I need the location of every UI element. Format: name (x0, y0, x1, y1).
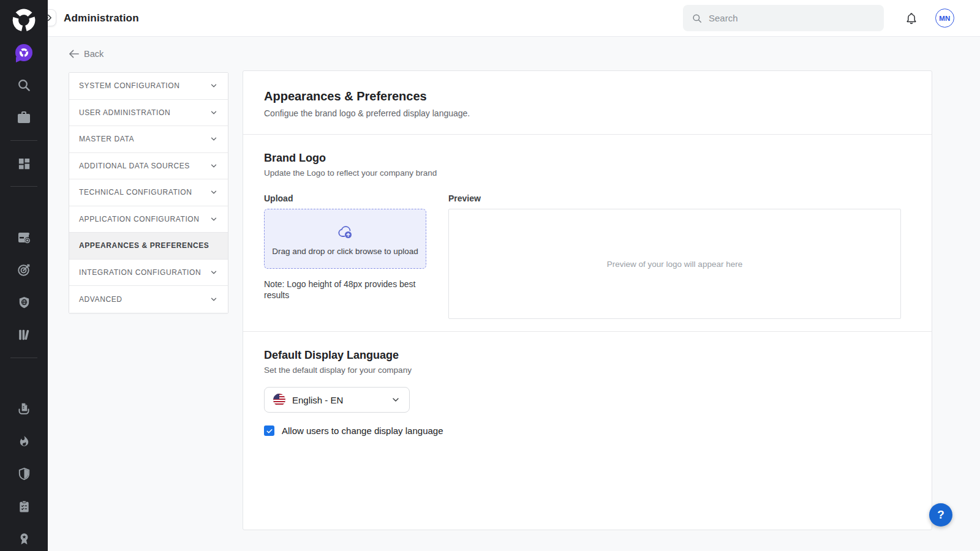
accordion-item-master-data[interactable]: MASTER DATA (69, 126, 228, 153)
brand-logo-icon (10, 7, 37, 33)
brand-logo-section: Brand Logo Update the Logo to reflect yo… (243, 135, 932, 331)
upload-label: Upload (264, 193, 426, 203)
card-title: Appearances & Preferences (264, 89, 911, 103)
preview-placeholder: Preview of your logo will appear here (607, 260, 742, 269)
accordion-item-advanced[interactable]: ADVANCED (69, 286, 228, 313)
content-area: Back SYSTEM CONFIGURATION USER ADMINISTR… (48, 37, 980, 551)
accordion-item-appearances-preferences[interactable]: APPEARANCES & PREFERENCES (69, 233, 228, 260)
rail-divider (10, 186, 37, 187)
chevron-down-icon (209, 268, 218, 277)
chevron-down-icon (209, 215, 218, 223)
accordion-item-integration-configuration[interactable]: INTEGRATION CONFIGURATION (69, 260, 228, 287)
chevron-down-icon (209, 135, 218, 143)
logo-preview-box: Preview of your logo will appear here (448, 209, 901, 319)
accordion-item-additional-data-sources[interactable]: ADDITIONAL DATA SOURCES (69, 153, 228, 180)
rail-divider (10, 140, 37, 141)
bell-icon (905, 12, 918, 25)
wallet-notification-icon[interactable] (13, 227, 35, 249)
card-subtitle: Configue the brand logo & preferred disp… (264, 108, 911, 118)
back-button[interactable]: Back (69, 49, 104, 59)
target-icon[interactable] (13, 259, 35, 281)
search-input[interactable] (709, 13, 875, 23)
card-header: Appearances & Preferences Configue the b… (243, 71, 932, 135)
allow-language-change-row[interactable]: Allow users to change display language (264, 425, 901, 436)
top-bar: Administration MN (48, 0, 980, 37)
badge-icon[interactable] (13, 528, 35, 550)
appearances-preferences-card: Appearances & Preferences Configue the b… (243, 70, 932, 530)
language-title: Default Display Language (264, 349, 901, 362)
search-nav-icon[interactable] (13, 74, 35, 96)
briefcase-icon[interactable] (13, 107, 35, 129)
upload-note: Note: Logo height of 48px provides best … (264, 279, 420, 301)
allow-language-change-checkbox[interactable] (264, 425, 274, 436)
brand-logo-subtitle: Update the Logo to reflect your company … (264, 168, 901, 178)
flame-icon[interactable] (13, 430, 35, 452)
settings-accordion: SYSTEM CONFIGURATION USER ADMINISTRATION… (69, 72, 228, 313)
language-selected-value: English - EN (292, 395, 343, 405)
accordion-item-user-administration[interactable]: USER ADMINISTRATION (69, 100, 228, 127)
us-flag-icon (273, 394, 285, 406)
arrow-left-icon (69, 50, 79, 58)
preview-label: Preview (448, 193, 901, 203)
language-select[interactable]: English - EN (264, 387, 410, 413)
display-language-section: Default Display Language Set the default… (243, 332, 932, 448)
chevron-down-icon (209, 81, 218, 90)
search-icon (692, 13, 703, 24)
chevron-down-icon (209, 188, 218, 197)
avatar[interactable]: MN (935, 9, 954, 28)
assistant-icon[interactable] (13, 42, 35, 64)
accordion-item-system-configuration[interactable]: SYSTEM CONFIGURATION (69, 73, 228, 100)
search-bar[interactable] (683, 5, 884, 31)
allow-language-change-label: Allow users to change display language (282, 425, 443, 436)
left-rail (0, 0, 48, 551)
brand-logo-title: Brand Logo (264, 152, 901, 165)
language-subtitle: Set the default display for your company (264, 365, 901, 375)
check-icon (266, 427, 273, 435)
chevron-down-icon (209, 295, 218, 304)
chevron-down-icon (209, 108, 218, 117)
chevron-down-icon (209, 162, 218, 170)
rail-divider (10, 358, 37, 358)
shield-globe-icon[interactable] (13, 291, 35, 313)
notifications-button[interactable] (901, 8, 922, 29)
dashboard-icon[interactable] (13, 152, 35, 174)
page-title: Administration (64, 12, 139, 24)
help-button[interactable]: ? (929, 503, 952, 527)
upload-hint: Drag and drop or click browse to upload (272, 247, 418, 256)
chevron-down-icon (391, 395, 401, 405)
logo-upload-dropzone[interactable]: Drag and drop or click browse to upload (264, 209, 426, 269)
accordion-item-technical-configuration[interactable]: TECHNICAL CONFIGURATION (69, 179, 228, 206)
back-label: Back (84, 49, 104, 59)
cloud-upload-icon (336, 225, 355, 239)
shield-icon[interactable] (13, 463, 35, 485)
document-tray-icon[interactable] (13, 398, 35, 420)
accordion-item-application-configuration[interactable]: APPLICATION CONFIGURATION (69, 206, 228, 233)
clipboard-icon[interactable] (13, 495, 35, 517)
library-icon[interactable] (13, 324, 35, 346)
